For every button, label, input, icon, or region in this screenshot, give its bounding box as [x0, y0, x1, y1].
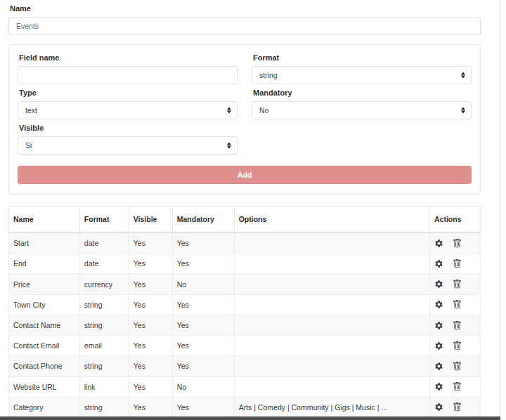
cell-format: email: [79, 336, 129, 356]
trash-icon[interactable]: [453, 362, 462, 372]
visible-select[interactable]: Si: [18, 136, 238, 155]
format-selected-value: string: [259, 71, 278, 79]
trash-icon[interactable]: [453, 320, 462, 330]
header-options: Options: [234, 206, 429, 233]
trash-icon[interactable]: [453, 341, 462, 350]
header-name: Name: [9, 206, 80, 233]
name-label: Name: [10, 4, 479, 13]
trash-icon[interactable]: [453, 258, 462, 268]
cell-visible: Yes: [129, 232, 172, 254]
gear-icon[interactable]: [434, 280, 444, 289]
trash-icon[interactable]: [453, 300, 462, 310]
cell-visible: Yes: [129, 397, 172, 417]
header-visible: Visible: [129, 206, 172, 233]
table-row: Contact Name string Yes Yes: [9, 315, 481, 335]
content: Name Field name Format string: [8, 0, 481, 418]
cell-format: string: [79, 356, 129, 376]
cell-name: Contact Email: [9, 336, 80, 356]
name-input[interactable]: [8, 17, 481, 35]
field-name-label: Field name: [19, 53, 236, 62]
header-actions: Actions: [429, 206, 480, 233]
select-arrows-icon: [461, 107, 465, 114]
cell-options: [234, 336, 429, 356]
cell-name: Price: [9, 274, 80, 294]
cell-format: currency: [79, 274, 129, 294]
format-group: Format string: [252, 49, 472, 84]
page: Name Field name Format string: [0, 0, 506, 420]
add-field-card: Field name Format string Type text: [8, 44, 481, 195]
gear-icon[interactable]: [434, 382, 444, 392]
cell-format: date: [79, 232, 129, 254]
cell-options: [234, 376, 429, 397]
cell-mandatory: Yes: [172, 356, 234, 376]
field-name-group: Field name: [18, 49, 238, 84]
table-row: Town City string Yes Yes: [9, 294, 481, 315]
select-arrows-icon: [227, 107, 231, 114]
cell-visible: Yes: [129, 356, 172, 376]
cell-name: End: [9, 254, 80, 274]
mandatory-label: Mandatory: [253, 88, 470, 97]
trash-icon[interactable]: [453, 238, 462, 248]
format-select[interactable]: string: [252, 66, 472, 84]
cell-name: Town City: [9, 294, 80, 315]
cell-visible: Yes: [129, 336, 172, 356]
cell-options: [234, 315, 429, 335]
cell-visible: Yes: [129, 376, 172, 397]
select-arrows-icon: [227, 143, 231, 149]
select-arrows-icon: [461, 72, 465, 79]
table-row: Category string Yes Yes Arts | Comedy | …: [9, 397, 481, 417]
cell-format: string: [79, 294, 129, 315]
cell-actions: [429, 254, 480, 274]
gear-icon[interactable]: [434, 341, 444, 350]
mandatory-group: Mandatory No: [252, 84, 472, 119]
cell-actions: [429, 356, 480, 376]
cell-format: date: [79, 254, 129, 274]
cell-name: Contact Phone: [9, 356, 80, 376]
bottom-strip: [0, 416, 500, 420]
cell-options: [234, 294, 429, 315]
gear-icon[interactable]: [434, 300, 444, 310]
cell-actions: [429, 274, 480, 294]
cell-mandatory: No: [172, 274, 234, 294]
table-row: Website URL link Yes No: [9, 376, 481, 397]
cell-name: Start: [9, 232, 80, 254]
table-header-row: Name Format Visible Mandatory Options Ac…: [9, 206, 481, 233]
cell-name: Category: [9, 397, 80, 417]
cell-options: [234, 274, 429, 294]
gear-icon[interactable]: [434, 258, 444, 268]
field-name-input[interactable]: [18, 66, 238, 84]
table-row: Start date Yes Yes: [9, 232, 481, 254]
type-label: Type: [19, 88, 236, 97]
trash-icon[interactable]: [453, 382, 462, 392]
cell-actions: [429, 315, 480, 335]
trash-icon[interactable]: [453, 280, 462, 289]
cell-format: string: [79, 397, 129, 417]
cell-actions: [429, 397, 480, 417]
gear-icon[interactable]: [434, 320, 444, 330]
trash-icon[interactable]: [453, 402, 462, 412]
mandatory-select[interactable]: No: [252, 101, 472, 119]
format-label: Format: [253, 53, 470, 62]
cell-actions: [429, 376, 480, 397]
cell-options: [234, 232, 429, 254]
cell-visible: Yes: [129, 274, 172, 294]
add-button[interactable]: Add: [18, 166, 472, 184]
header-format: Format: [79, 206, 129, 233]
type-select[interactable]: text: [18, 101, 238, 119]
cell-actions: [429, 336, 480, 356]
table-row: Contact Email email Yes Yes: [9, 336, 481, 356]
cell-name: Contact Name: [9, 315, 80, 335]
cell-options: [234, 356, 429, 376]
gear-icon[interactable]: [434, 238, 444, 248]
cell-mandatory: Yes: [172, 397, 234, 417]
gear-icon[interactable]: [434, 402, 444, 412]
cell-mandatory: Yes: [172, 232, 234, 254]
cell-format: string: [79, 315, 129, 335]
cell-visible: Yes: [129, 315, 172, 335]
visible-group: Visible Si: [18, 119, 238, 155]
gear-icon[interactable]: [434, 362, 444, 372]
grid-spacer: [252, 119, 472, 155]
cell-format: link: [79, 376, 129, 397]
cell-name: Website URL: [9, 376, 80, 397]
cell-mandatory: No: [172, 376, 234, 397]
